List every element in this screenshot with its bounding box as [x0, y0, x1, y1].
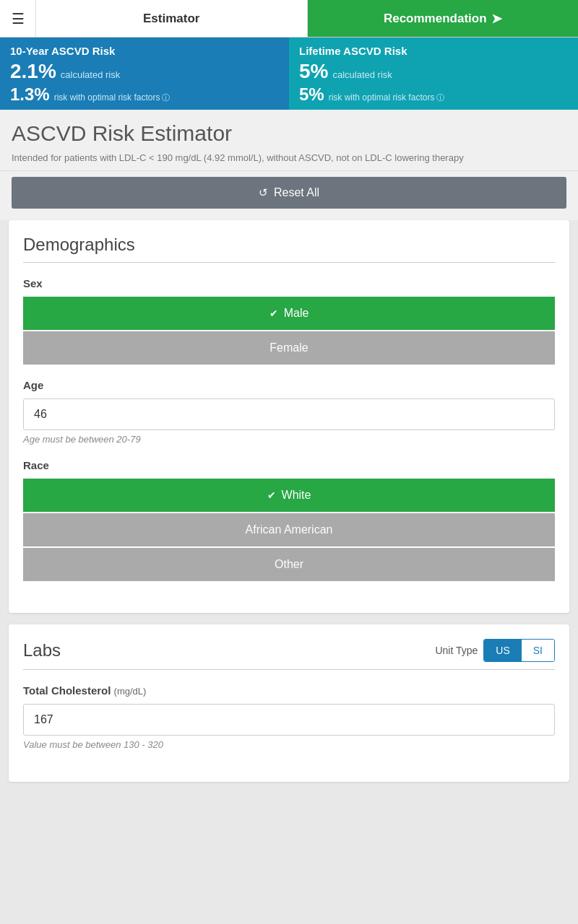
- ten-year-risk-title: 10-Year ASCVD Risk: [10, 45, 279, 57]
- sex-field: Sex ✔ Male Female: [23, 277, 555, 365]
- ten-year-calculated-label: calculated risk: [61, 69, 120, 80]
- labs-card: Labs Unit Type US SI Total Cholesterol (…: [9, 624, 569, 782]
- unit-si-button[interactable]: SI: [522, 640, 554, 661]
- unit-type-label: Unit Type: [435, 645, 478, 656]
- risk-banner: 10-Year ASCVD Risk 2.1% calculated risk …: [0, 38, 578, 110]
- lifetime-risk-panel: Lifetime ASCVD Risk 5% calculated risk 5…: [289, 38, 578, 110]
- page-title: ASCVD Risk Estimator: [12, 121, 566, 146]
- ten-year-info-icon[interactable]: ⓘ: [162, 92, 170, 103]
- reset-icon: ↺: [259, 186, 268, 199]
- lifetime-risk-title: Lifetime ASCVD Risk: [299, 45, 568, 57]
- reset-label: Reset All: [274, 186, 319, 199]
- race-african-american-button[interactable]: African American: [23, 513, 555, 546]
- total-cholesterol-label: Total Cholesterol (mg/dL): [23, 684, 555, 697]
- menu-button[interactable]: ☰: [0, 0, 36, 37]
- lifetime-optimal-percent: 5%: [299, 84, 324, 105]
- age-input[interactable]: [23, 398, 555, 430]
- sex-female-button[interactable]: Female: [23, 331, 555, 365]
- ten-year-calculated-percent: 2.1%: [10, 60, 56, 83]
- reset-bar: ↺ Reset All: [0, 171, 578, 220]
- title-area: ASCVD Risk Estimator Intended for patien…: [0, 110, 578, 171]
- age-field: Age Age must be between 20-79: [23, 379, 555, 445]
- lifetime-calculated-percent: 5%: [299, 60, 328, 83]
- hamburger-icon: ☰: [12, 10, 25, 27]
- unit-us-button[interactable]: US: [484, 640, 521, 661]
- lifetime-calculated-label: calculated risk: [332, 69, 392, 80]
- race-other-button[interactable]: Other: [23, 548, 555, 581]
- sex-label: Sex: [23, 277, 555, 289]
- top-navigation: ☰ Estimator Recommendation ➤: [0, 0, 578, 38]
- lifetime-info-icon[interactable]: ⓘ: [436, 92, 444, 103]
- total-cholesterol-unit: (mg/dL): [114, 686, 147, 697]
- race-white-button[interactable]: ✔ White: [23, 479, 555, 512]
- reset-all-button[interactable]: ↺ Reset All: [12, 177, 566, 209]
- labs-header: Labs Unit Type US SI: [23, 639, 555, 662]
- ten-year-optimal-label: risk with optimal risk factors: [54, 92, 160, 103]
- demographics-card: Demographics Sex ✔ Male Female Age Age m…: [9, 220, 569, 613]
- ten-year-optimal-percent: 1.3%: [10, 84, 50, 105]
- sex-toggle-group: ✔ Male Female: [23, 297, 555, 365]
- total-cholesterol-hint: Value must be between 130 - 320: [23, 739, 555, 750]
- labs-section-title: Labs: [23, 640, 61, 661]
- age-hint: Age must be between 20-79: [23, 434, 555, 445]
- tab-recommendation[interactable]: Recommendation ➤: [308, 0, 579, 37]
- unit-toggle-group: US SI: [483, 639, 555, 662]
- total-cholesterol-field: Total Cholesterol (mg/dL) Value must be …: [23, 684, 555, 750]
- ten-year-risk-panel: 10-Year ASCVD Risk 2.1% calculated risk …: [0, 38, 289, 110]
- race-field: Race ✔ White African American Other: [23, 459, 555, 581]
- race-label: Race: [23, 459, 555, 471]
- check-icon-white: ✔: [267, 489, 276, 501]
- unit-type-control: Unit Type US SI: [435, 639, 555, 662]
- sex-male-button[interactable]: ✔ Male: [23, 297, 555, 330]
- lifetime-optimal-label: risk with optimal risk factors: [329, 92, 435, 103]
- age-label: Age: [23, 379, 555, 391]
- race-toggle-group: ✔ White African American Other: [23, 479, 555, 581]
- recommendation-arrow-icon: ➤: [491, 11, 502, 27]
- page-subtitle: Intended for patients with LDL-C < 190 m…: [12, 152, 566, 165]
- tab-estimator[interactable]: Estimator: [36, 0, 308, 37]
- check-icon: ✔: [269, 308, 278, 319]
- demographics-section-title: Demographics: [23, 235, 555, 263]
- total-cholesterol-input[interactable]: [23, 704, 555, 736]
